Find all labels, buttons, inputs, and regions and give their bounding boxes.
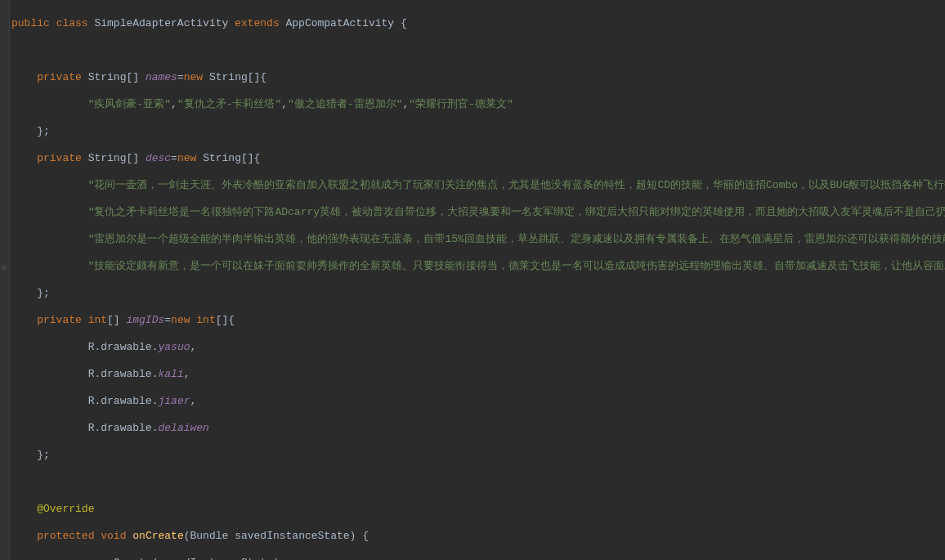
method-oncreate: onCreate (132, 530, 183, 542)
keyword: new (171, 314, 190, 326)
drawable-jiaer: jiaer (158, 395, 190, 407)
type: String[] (88, 71, 139, 83)
keyword: new (184, 71, 203, 83)
drawable-kali: kali (158, 368, 183, 380)
var: savedInstanceState (158, 557, 272, 561)
fold-toggle-icon[interactable]: ⊟ (2, 262, 6, 276)
ref: R (88, 368, 95, 380)
field-names: names (146, 71, 177, 83)
field-desc: desc (146, 152, 171, 164)
keyword: new (177, 152, 196, 164)
string-literal: "技能设定颇有新意，是一个可以在妹子面前耍帅秀操作的全新英雄。只要技能衔接得当，… (88, 260, 945, 272)
keyword: private (37, 314, 82, 326)
string-literal: "花间一壶酒，一剑走天涯。外表冷酷的亚索自加入联盟之初就成为了玩家们关注的焦点，… (88, 179, 945, 191)
editor-gutter (0, 0, 10, 560)
ref: drawable (101, 368, 151, 380)
keyword: private (37, 71, 82, 83)
keyword: public (11, 17, 50, 29)
ref: drawable (101, 395, 151, 407)
ref: R (88, 422, 95, 434)
code-editor[interactable]: public class SimpleAdapterActivity exten… (11, 3, 945, 560)
keyword: void (101, 530, 126, 542)
string-literal: "傲之追猎者-雷恩加尔" (288, 98, 402, 110)
string-literal: "雷恩加尔是一个超级全能的半肉半输出英雄，他的强势表现在无蓝条，自带15%回血技… (88, 233, 945, 245)
ref: drawable (101, 422, 151, 434)
type: String[] (209, 71, 260, 83)
keyword: protected (37, 530, 94, 542)
ref: drawable (101, 341, 151, 353)
annotation-override: @Override (37, 503, 94, 515)
keyword: super (62, 557, 94, 561)
string-literal: "荣耀行刑官-德莱文" (409, 98, 513, 110)
ref: R (88, 395, 95, 407)
ref: R (88, 341, 95, 353)
keyword: class (56, 17, 88, 29)
field-imgids: imgIDs (126, 314, 164, 326)
keyword: int (88, 314, 107, 326)
keyword: extends (235, 17, 280, 29)
type: String[] (203, 152, 253, 164)
super-class: AppCompatActivity (286, 17, 395, 29)
string-literal: "复仇之矛-卡莉丝塔" (177, 98, 281, 110)
type: String[] (88, 152, 139, 164)
type: Bundle (190, 530, 229, 542)
class-name: SimpleAdapterActivity (94, 17, 228, 29)
drawable-yasuo: yasuo (158, 341, 190, 353)
method-call: onCreate (101, 557, 151, 561)
keyword: int (196, 314, 215, 326)
string-literal: "复仇之矛卡莉丝塔是一名很独特的下路ADcarry英雄，被动普攻自带位移，大招灵… (88, 206, 945, 218)
string-literal: "疾风剑豪-亚索" (88, 98, 171, 110)
keyword: private (37, 152, 82, 164)
param: savedInstanceState (235, 530, 349, 542)
drawable-delaiwen: delaiwen (158, 422, 208, 434)
